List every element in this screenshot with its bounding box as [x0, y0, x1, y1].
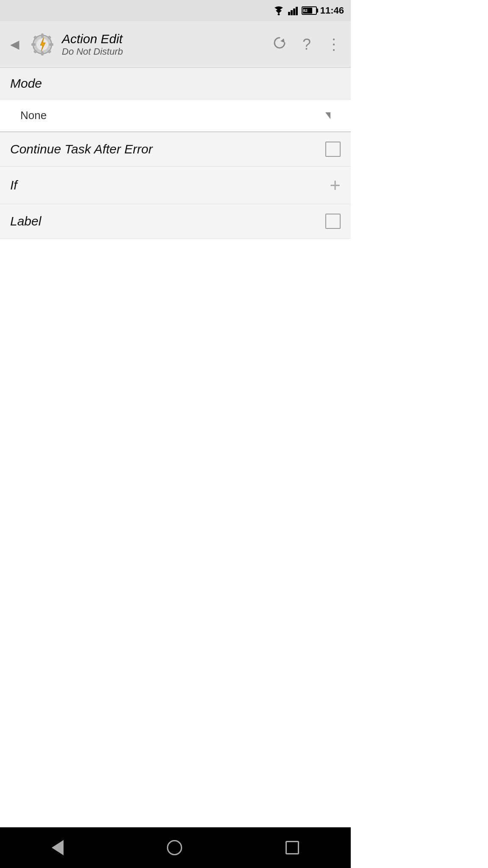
help-button[interactable]: ?	[300, 33, 313, 56]
back-button[interactable]: ◀	[7, 34, 23, 55]
svg-rect-4	[293, 8, 295, 15]
action-bar: ◀ Action Edit Do Not Disturb	[0, 21, 351, 68]
status-time: 11:46	[320, 5, 344, 16]
action-title: Action Edit	[62, 32, 263, 46]
refresh-icon	[272, 35, 287, 50]
action-subtitle: Do Not Disturb	[62, 46, 263, 57]
svg-rect-3	[291, 10, 293, 15]
action-bar-buttons: ? ⋮	[269, 33, 344, 56]
svg-rect-10	[31, 43, 36, 46]
svg-rect-9	[41, 51, 44, 56]
mode-header-text: Mode	[10, 76, 42, 90]
nav-home-button[interactable]	[160, 833, 189, 862]
status-bar: 82 11:46	[0, 0, 351, 21]
mode-dropdown[interactable]: None	[0, 100, 351, 132]
dropdown-arrow-icon	[325, 112, 330, 119]
battery-level: 82	[303, 8, 308, 13]
svg-rect-5	[296, 7, 298, 15]
nav-bar	[0, 827, 351, 868]
if-row[interactable]: If +	[0, 167, 351, 204]
svg-marker-17	[280, 39, 285, 43]
status-icons: 82 11:46	[273, 5, 344, 16]
signal-icon	[288, 6, 298, 15]
nav-home-icon	[167, 840, 182, 855]
more-button[interactable]: ⋮	[324, 38, 344, 51]
continue-task-label: Continue Task After Error	[10, 142, 152, 156]
nav-back-button[interactable]	[45, 833, 70, 862]
continue-task-checkbox[interactable]	[325, 142, 341, 157]
main-content: Mode None Continue Task After Error If +…	[0, 68, 351, 827]
continue-task-row[interactable]: Continue Task After Error	[0, 132, 351, 167]
app-icon	[30, 32, 55, 57]
label-label: Label	[10, 214, 41, 228]
nav-recents-button[interactable]	[279, 834, 306, 861]
svg-point-1	[277, 14, 280, 16]
label-row[interactable]: Label	[0, 204, 351, 239]
mode-section-header: Mode	[0, 68, 351, 100]
svg-rect-11	[49, 43, 53, 46]
wifi-icon	[273, 6, 285, 15]
nav-recents-icon	[286, 841, 299, 854]
nav-back-icon	[52, 840, 64, 855]
refresh-button[interactable]	[269, 33, 290, 56]
svg-rect-8	[41, 33, 44, 38]
svg-rect-2	[288, 12, 290, 15]
label-checkbox[interactable]	[325, 214, 341, 229]
action-title-group: Action Edit Do Not Disturb	[62, 32, 263, 57]
mode-dropdown-value: None	[20, 109, 47, 122]
if-add-icon[interactable]: +	[330, 176, 341, 195]
if-label: If	[10, 178, 17, 192]
battery-icon: 82	[302, 6, 317, 15]
